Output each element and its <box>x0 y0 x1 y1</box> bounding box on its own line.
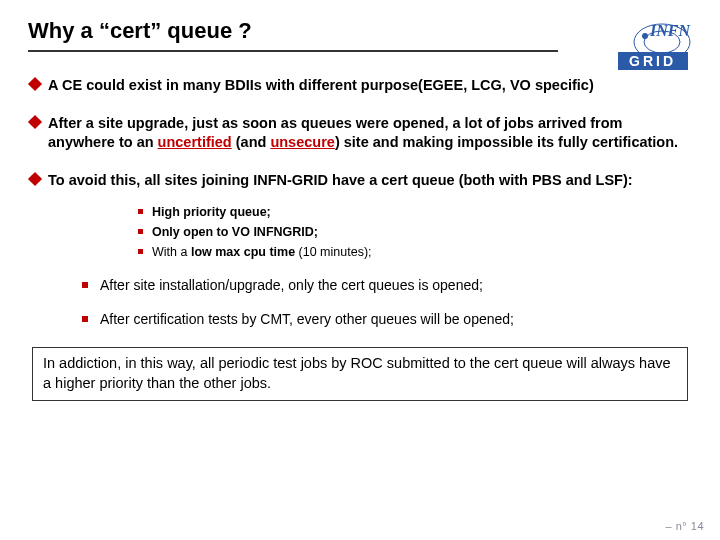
sub-bullet-2: Only open to VO INFNGRID; <box>138 222 692 242</box>
slide-number: – n° 14 <box>666 520 704 532</box>
title-row: Why a “cert” queue ? INFN GRID <box>28 18 692 72</box>
infn-grid-logo: INFN GRID <box>610 18 692 72</box>
title-block: Why a “cert” queue ? <box>28 18 558 66</box>
summary-box: In addiction, in this way, all periodic … <box>32 347 688 400</box>
sub-3-strong: low max cpu time <box>191 245 295 259</box>
sub-3-pre: With a <box>152 245 191 259</box>
second-level-bullets: After site installation/upgrade, only th… <box>82 276 692 329</box>
bullet-2-unsecure: unsecure <box>270 134 334 150</box>
sub2-bullet-2: After certification tests by CMT, every … <box>82 310 692 330</box>
bullet-3: To avoid this, all sites joining INFN-GR… <box>28 171 692 191</box>
slide: Why a “cert” queue ? INFN GRID A CE coul… <box>0 0 720 540</box>
svg-point-2 <box>642 33 648 39</box>
bullet-2-mid: (and <box>232 134 271 150</box>
sub2-bullet-1: After site installation/upgrade, only th… <box>82 276 692 296</box>
logo-bottom-text: GRID <box>629 53 676 69</box>
bullet-2-uncertified: uncertified <box>158 134 232 150</box>
title-rule <box>28 50 558 52</box>
sub-bullet-3: With a low max cpu time (10 minutes); <box>138 242 692 262</box>
sub-3-post: (10 minutes); <box>295 245 371 259</box>
sub-1-strong: priority <box>183 205 226 219</box>
slide-title: Why a “cert” queue ? <box>28 18 558 44</box>
sub-bullets: High priority queue; Only open to VO INF… <box>138 202 692 262</box>
logo-top-text: INFN <box>649 22 691 39</box>
sub-bullet-1: High priority queue; <box>138 202 692 222</box>
sub-1-post: queue; <box>226 205 270 219</box>
main-bullets: A CE could exist in many BDIIs with diff… <box>28 76 692 190</box>
bullet-2: After a site upgrade, just as soon as qu… <box>28 114 692 153</box>
bullet-2-post: ) site and making impossible its fully c… <box>335 134 678 150</box>
bullet-1: A CE could exist in many BDIIs with diff… <box>28 76 692 96</box>
sub-1-pre: High <box>152 205 183 219</box>
